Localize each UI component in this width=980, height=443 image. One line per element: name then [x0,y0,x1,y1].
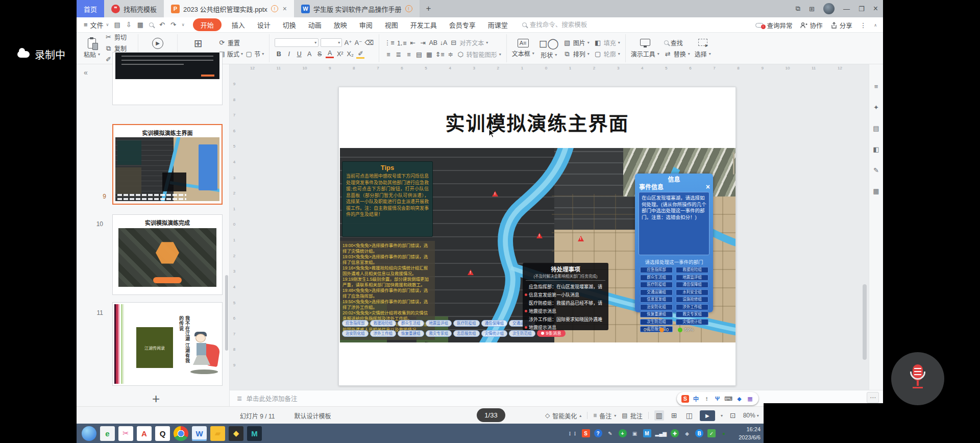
department-pill[interactable]: 治安防化组 [342,330,369,337]
department-pill[interactable]: 通信保障组 [481,320,508,327]
mobile-assistant-icon[interactable]: M [247,426,262,441]
department-button[interactable]: 医疗防疫组 [640,282,673,288]
copy-button[interactable]: ⧉复制 [105,44,133,53]
section-button[interactable]: ▢节▾ [245,50,264,58]
subscript-button[interactable]: X₂ [346,51,354,58]
annotate-rail-icon[interactable]: ✎ [873,166,879,174]
more-commands-icon[interactable]: ∨ [182,22,185,27]
department-button[interactable]: 恢复重建组 [640,311,673,317]
sogou-logo-icon[interactable]: S [681,395,689,403]
sogou-tray-icon[interactable]: S [582,429,590,437]
leaf-tray-icon[interactable]: ● [720,429,728,437]
ribbon-tab[interactable]: 放映 [334,20,347,30]
ribbon-tab[interactable]: 插入 [232,20,245,30]
alert-marker-icon[interactable] [536,233,543,238]
department-button[interactable]: 信息宣发组 [640,297,673,303]
select-button[interactable]: 选择▾ [695,39,711,58]
department-pill[interactable]: 救援抢险组 [370,320,397,327]
keyboard-icon[interactable]: ⌨ [724,395,732,403]
stock-app-icon[interactable]: ◆ [229,426,243,441]
ribbon-tab[interactable]: 切换 [283,20,296,30]
bullets-button[interactable]: ⋮≡ [384,39,395,46]
lanhu-tray-icon[interactable]: M [643,429,651,437]
department-pill[interactable]: 地震监评组 [426,320,452,327]
ribbon-tab[interactable]: 审阅 [359,20,373,30]
workspace-grid-icon[interactable]: ⊞ [809,5,815,13]
toolbox-icon[interactable]: ◆ [736,395,743,403]
highlight-button[interactable]: ✐ [356,50,364,59]
cut-button[interactable]: ✂剪切 [105,33,133,41]
department-button[interactable]: 交通运输组 [640,289,673,296]
ribbon-tab[interactable]: 会员专享 [449,20,476,30]
clear-format-icon[interactable]: ⌫ [364,39,374,46]
department-pill[interactable]: 涉外工作组 [370,330,397,337]
department-button[interactable]: 救灾专家组 [676,311,708,317]
to-smartart-button[interactable]: ⬡转智能图形▾ [457,50,501,59]
slide-thumbnail-11[interactable]: 江湖传闻录 我不在江湖 江湖有我的传说 [112,302,223,386]
distribute-button[interactable]: ▦ [425,51,433,58]
wps-icon[interactable]: W [192,426,207,441]
layout-switch-icon[interactable]: ⧉ [796,5,800,13]
reading-view-button[interactable]: ◫ [684,410,694,421]
department-button[interactable]: 灾情统计组 [676,319,708,325]
maximize-button[interactable]: ❐ [859,5,865,13]
pending-item[interactable]: 地震提示消息 [525,323,606,331]
textbox-button[interactable]: A≡文本框▾ [512,39,534,58]
query-abnormal-button[interactable]: 查询异常 [755,20,793,30]
alert-marker-icon[interactable] [492,191,498,196]
file-menu[interactable]: ≡文件∨ [84,20,109,30]
design-template-label[interactable]: 默认设计模板 [294,411,331,420]
network-signal-icon[interactable]: ▂▄▆ [655,429,667,437]
outline-button[interactable]: ▢轮廓▾ [594,50,620,58]
indent-button[interactable]: ⇥ [419,39,427,46]
department-pill[interactable]: 恢复重建组 [398,330,424,337]
security-plus-icon[interactable]: ✚ [671,429,679,437]
alert-marker-icon[interactable] [578,236,584,241]
department-button[interactable]: 设施抢修组 [676,297,708,303]
align-right-button[interactable]: ≡ [405,51,413,58]
skin-grid-icon[interactable]: ▦ [746,395,754,403]
format-rail-icon[interactable]: ≡ [874,83,878,90]
text-direction-button[interactable]: AB [429,39,437,46]
undo-icon[interactable]: ↶ [159,21,165,29]
collaborate-button[interactable]: 协作 [800,20,823,30]
ribbon-tab[interactable]: 雨课堂 [488,20,508,30]
picture-button[interactable]: ▧图片▾ [564,38,590,47]
voice-input-icon[interactable]: Ψ [714,395,721,403]
underline-button[interactable]: U [295,51,303,58]
collapse-ribbon-icon[interactable]: ∧ [874,23,877,28]
pdf-reader-icon[interactable]: A [137,426,152,441]
export-icon[interactable]: ⇩ [126,21,132,29]
department-pill[interactable]: 志愿服务组 [453,330,480,337]
play-options-icon[interactable]: ▾ [721,413,723,418]
align-center-button[interactable]: ≣ [395,51,403,58]
font-size-select[interactable]: ▾ [321,38,342,47]
pending-item[interactable]: 涉外工作组：国际要求知晓国外遇难 [525,315,606,323]
superscript-button[interactable]: X² [336,51,344,58]
pending-item[interactable]: 医疗防疫组：救援药品已经不够，请 [525,299,606,307]
beautify-rail-icon[interactable]: ✦ [873,104,879,111]
smart-beautify-button[interactable]: ◇智能美化▴ [545,411,581,420]
department-button[interactable]: 次生防范组 [640,319,673,325]
department-button[interactable]: 水利安全组 [676,289,708,296]
present-tools-button[interactable]: 演示工具▾ [631,39,659,58]
bold-button[interactable]: B [275,51,283,58]
tab-docer-templates[interactable]: ❞ 找稻壳模板 [104,0,164,17]
punctuation-icon[interactable]: ⁝ [703,395,710,403]
slide-canvas[interactable]: 实训模拟演练主界面 [338,87,736,386]
disk-tray-icon[interactable]: ▣ [631,429,639,437]
taskbar-clock[interactable]: 16:24 2023/6/6 [739,425,761,441]
italic-button[interactable]: I [285,51,293,58]
slideshow-play-button[interactable]: ▶ [700,410,715,421]
pending-item[interactable]: 信息宣发组第一小队消息 [525,290,606,299]
text-effect-button[interactable]: A [305,51,313,58]
print-icon[interactable]: ▦ [137,21,143,29]
department-pill[interactable]: 应急指挥部 [342,320,369,327]
pen-tray-icon[interactable]: ✎ [606,429,615,437]
log-scrollbar-thumb[interactable] [733,152,734,175]
comments-button[interactable]: ▤批注 [622,411,642,420]
para-spacing-button[interactable]: ≑ [447,51,455,58]
slide-thumbnail-10[interactable]: 实训模拟演练完成 [112,214,223,295]
shield-tray-icon[interactable]: ✓ [707,429,716,437]
department-button[interactable]: 通信保障组 [676,282,708,288]
